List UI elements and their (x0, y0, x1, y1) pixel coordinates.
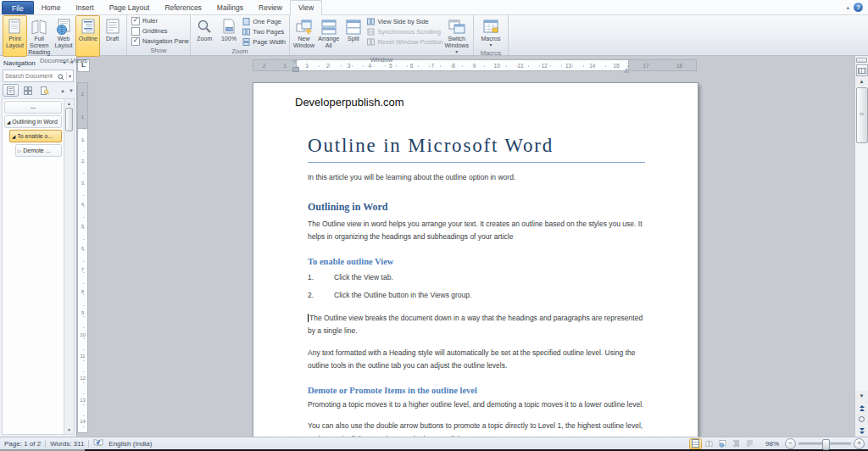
browse-results-tab[interactable] (36, 84, 53, 97)
zoom-button[interactable]: Zoom (192, 15, 217, 47)
zoom-slider-track[interactable] (798, 443, 851, 445)
previous-page-button[interactable] (856, 401, 867, 413)
draft-button[interactable]: Draft (100, 15, 125, 57)
view-side-by-side-button[interactable]: View Side by Side (367, 16, 440, 26)
zoom-magnifier-icon (195, 18, 214, 36)
heading-to-enable-outline-view[interactable]: To enable outline View (308, 257, 645, 266)
zoom-100-button[interactable]: 100 100% (217, 15, 242, 47)
web-layout-view-button[interactable] (716, 438, 729, 449)
print-layout-view-button[interactable] (689, 438, 702, 449)
macros-button[interactable]: Macros▾ (476, 15, 506, 49)
web-layout-button[interactable]: Web Layout (52, 15, 76, 57)
ruler-number: 12 (80, 376, 86, 381)
outline-view-button[interactable] (730, 438, 743, 449)
left-indent-marker[interactable] (292, 67, 299, 72)
scroll-down-icon[interactable]: ▼ (67, 426, 71, 434)
tab-review[interactable]: Review (251, 0, 290, 14)
document-title[interactable]: Outline in Microsoft Word (308, 135, 645, 163)
two-pages-button[interactable]: Two Pages (242, 26, 286, 36)
minimize-ribbon-icon[interactable]: ▴ (846, 4, 849, 11)
ruler-checkbox[interactable]: Ruler (131, 16, 188, 26)
scroll-up-icon[interactable]: ▲ (856, 76, 867, 86)
document-page[interactable]: Developerpublish.com Outline in Microsof… (253, 82, 698, 437)
heading-outlining-in-word[interactable]: Outlining in Word (308, 201, 645, 214)
expand-triangle-icon[interactable]: ▷ (18, 148, 21, 153)
scroll-up-icon[interactable]: ▲ (67, 99, 71, 108)
paragraph[interactable]: The Outline view in word helps you arran… (308, 218, 645, 244)
navigation-pane-checkbox[interactable]: Navigation Pane (131, 36, 188, 47)
group-macros: Macros▾ Macros (474, 14, 509, 55)
zoom-slider-handle[interactable] (822, 439, 830, 450)
paragraph[interactable]: The Outline view breaks the document dow… (308, 312, 645, 338)
full-screen-reading-view-button[interactable] (703, 438, 715, 449)
collapse-triangle-icon[interactable]: ◢ (12, 134, 15, 139)
gridlines-checkbox[interactable]: Gridlines (131, 26, 188, 36)
tab-file[interactable]: File (2, 1, 34, 14)
tab-insert[interactable]: Insert (68, 0, 101, 14)
next-page-button[interactable] (856, 425, 867, 437)
zoom-in-button[interactable]: + (854, 438, 865, 449)
view-ruler-toggle-button[interactable] (856, 64, 868, 76)
vertical-scrollbar[interactable]: ▲ ▼ (854, 56, 868, 437)
one-page-button[interactable]: One Page (242, 16, 286, 26)
page-width-button[interactable]: Page Width (242, 36, 286, 47)
tab-view[interactable]: View (290, 0, 322, 15)
gridlines-checkbox-box[interactable] (131, 27, 140, 36)
tab-references[interactable]: References (157, 0, 209, 14)
search-icon[interactable] (58, 69, 64, 84)
draft-view-button[interactable] (743, 438, 756, 449)
search-document-input[interactable] (5, 73, 58, 79)
paragraph[interactable]: Promoting a topic moves it to a higher o… (308, 398, 645, 412)
paragraph[interactable]: In this article you will be learning abo… (308, 171, 645, 185)
browse-headings-tab[interactable] (3, 84, 19, 97)
search-options-icon[interactable]: ▾ (69, 73, 71, 79)
search-document-box[interactable]: ▾ (3, 70, 74, 82)
help-icon[interactable]: ? (854, 3, 863, 12)
collapse-triangle-icon[interactable]: ◢ (7, 120, 10, 125)
word-count-indicator[interactable]: Words: 311 (46, 440, 88, 448)
proofing-status-icon[interactable] (89, 438, 108, 448)
split-button[interactable]: Split (341, 15, 365, 56)
heading-item-outlining-in-word[interactable]: ◢ Outlining in Word (4, 115, 62, 128)
document-header-text[interactable]: Developerpublish.com (295, 96, 698, 109)
list-item[interactable]: 1. Click the View tab. (308, 271, 645, 285)
tab-page-layout[interactable]: Page Layout (102, 0, 158, 14)
tab-home[interactable]: Home (34, 0, 69, 14)
ruler-number: 14 (589, 63, 595, 69)
page-count-indicator[interactable]: Page: 1 of 2 (0, 440, 45, 448)
paragraph[interactable]: You can also use the double arrow button… (308, 420, 645, 437)
heading-demote-or-promote[interactable]: Demote or Promote Items in the outline l… (308, 386, 645, 395)
outline-button[interactable]: Outline (75, 15, 100, 57)
full-screen-reading-button[interactable]: Full Screen Reading (27, 15, 52, 57)
ribbon-view-tab-content: Print Layout Full Screen Reading Web Lay… (0, 14, 868, 56)
synchronous-scrolling-button: Synchronous Scrolling (367, 26, 440, 36)
browse-pages-tab[interactable] (19, 84, 36, 97)
zoom-level-indicator[interactable]: 98% (761, 440, 783, 448)
right-indent-marker[interactable] (623, 64, 630, 73)
split-window-handle[interactable] (856, 58, 867, 63)
heading-item-to-enable-outline[interactable]: ◢ To enable o... (9, 130, 62, 142)
list-item[interactable]: 2. Click the Outline button in the Views… (308, 289, 645, 303)
navigation-scrollbar[interactable]: ▲ ▼ (64, 98, 75, 435)
zoom-out-button[interactable]: − (785, 438, 796, 449)
paragraph[interactable]: Any text formatted with a Heading style … (308, 347, 645, 373)
navigation-scrollbar-thumb[interactable] (65, 108, 73, 131)
navigation-pane-checkbox-box[interactable] (131, 37, 140, 46)
two-pages-icon (242, 28, 250, 36)
ruler-checkbox-box[interactable] (131, 17, 140, 25)
empty-heading-item[interactable]: — (4, 101, 62, 114)
scrollbar-thumb[interactable] (856, 87, 868, 143)
new-window-button[interactable]: New Window (292, 15, 316, 56)
scrollbar-track[interactable] (855, 86, 868, 391)
language-indicator[interactable]: English (India) (108, 440, 156, 448)
heading-item-demote[interactable]: ▷ Demote ... (15, 144, 62, 157)
previous-heading-icon[interactable]: ▲ (60, 88, 65, 93)
ruler-right-margin: 1718 (628, 59, 697, 71)
scroll-down-icon[interactable]: ▼ (856, 391, 867, 401)
next-heading-icon[interactable]: ▼ (69, 88, 74, 93)
select-browse-object-button[interactable] (856, 413, 867, 425)
print-layout-button[interactable]: Print Layout (3, 15, 27, 57)
tab-mailings[interactable]: Mailings (209, 0, 251, 14)
arrange-all-button[interactable]: Arrange All (316, 15, 341, 56)
switch-windows-button[interactable]: Switch Windows▾ (442, 15, 471, 56)
